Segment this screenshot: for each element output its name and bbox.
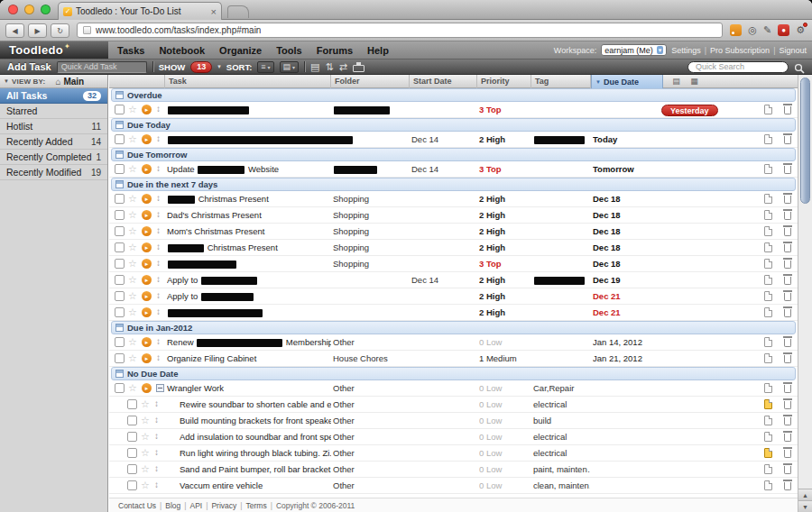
star-icon[interactable]: ☆ xyxy=(128,209,137,221)
pencil-icon[interactable]: ✎ xyxy=(763,24,771,36)
task-due-date[interactable] xyxy=(593,413,728,429)
action-arrow-icon[interactable]: ▸ xyxy=(142,291,152,301)
action-arrow-icon[interactable]: ▸ xyxy=(142,164,152,174)
task-tag[interactable] xyxy=(533,334,590,351)
star-icon[interactable]: ☆ xyxy=(141,415,150,426)
task-start-date[interactable] xyxy=(411,305,476,321)
section-header[interactable]: No Due Date xyxy=(111,367,796,380)
task-start-date[interactable] xyxy=(411,380,476,397)
delete-icon[interactable] xyxy=(784,293,791,301)
note-icon[interactable] xyxy=(764,194,772,204)
note-icon[interactable] xyxy=(764,259,772,269)
task-priority[interactable]: 0 Low xyxy=(479,429,531,445)
task-due-date[interactable] xyxy=(593,380,728,397)
add-task-button[interactable]: Add Task xyxy=(7,61,51,72)
task-tag[interactable]: Car,Repair xyxy=(533,380,590,397)
task-checkbox[interactable] xyxy=(115,275,125,285)
star-icon[interactable]: ☆ xyxy=(128,306,137,318)
task-checkbox[interactable] xyxy=(115,105,125,114)
footer-link-contact-us[interactable]: Contact Us xyxy=(118,501,156,510)
sidebar-item-all-tasks[interactable]: All Tasks32 xyxy=(0,88,107,104)
delete-icon[interactable] xyxy=(784,228,791,236)
pro-subscription-link[interactable]: Pro Subscription xyxy=(710,46,770,55)
task-due-date[interactable]: Dec 21 xyxy=(593,305,728,321)
new-tab-button[interactable] xyxy=(227,5,249,18)
delete-icon[interactable] xyxy=(784,277,791,285)
task-folder[interactable]: Shopping xyxy=(333,191,409,207)
quick-search-input[interactable] xyxy=(687,61,789,73)
column-header-priority[interactable]: Priority xyxy=(477,75,531,88)
task-title[interactable]: Vaccum entire vehicle xyxy=(180,478,331,494)
subtasks-icon[interactable] xyxy=(156,384,164,392)
task-priority[interactable]: 2 High xyxy=(479,305,531,321)
task-start-date[interactable] xyxy=(411,351,476,367)
delete-icon[interactable] xyxy=(784,261,791,269)
task-due-date[interactable] xyxy=(593,462,728,478)
task-title[interactable]: Build mounting brackets for front speake… xyxy=(180,413,331,429)
reorder-handle-icon[interactable]: ↕ xyxy=(154,480,159,489)
task-tag[interactable] xyxy=(533,288,590,305)
task-tag[interactable] xyxy=(533,161,590,178)
sort-field-button[interactable]: ≡▾ xyxy=(257,61,273,73)
delete-icon[interactable] xyxy=(784,136,791,144)
note-icon[interactable] xyxy=(764,210,772,220)
task-start-date[interactable] xyxy=(411,102,476,118)
star-icon[interactable]: ☆ xyxy=(128,193,137,205)
star-icon[interactable]: ☆ xyxy=(128,225,137,237)
note-icon[interactable] xyxy=(764,353,772,363)
delete-icon[interactable] xyxy=(784,466,791,474)
task-due-date[interactable]: Dec 18 xyxy=(593,191,728,207)
task-checkbox[interactable] xyxy=(127,480,137,490)
scrollbar-thumb[interactable] xyxy=(800,78,810,204)
url-bar[interactable]: www.toodledo.com/tasks/index.php#main xyxy=(77,23,723,38)
note-icon[interactable] xyxy=(764,134,772,144)
task-folder[interactable]: Other xyxy=(333,397,409,413)
task-priority[interactable]: 2 High xyxy=(479,224,531,240)
toodledo-logo[interactable]: Toodledo ✦ xyxy=(0,41,108,59)
reload-button[interactable]: ↻ xyxy=(51,23,69,38)
task-start-date[interactable] xyxy=(411,207,476,224)
task-checkbox[interactable] xyxy=(115,210,125,220)
note-icon[interactable] xyxy=(764,275,772,285)
task-start-date[interactable]: Dec 14 xyxy=(411,161,476,178)
task-folder[interactable] xyxy=(333,102,409,118)
task-priority[interactable]: 0 Low xyxy=(479,478,531,494)
scroll-down-button[interactable]: ▼ xyxy=(798,500,812,512)
workspace-select[interactable]: earnjam (Me) ▾ xyxy=(601,44,667,56)
list-view-icon[interactable]: ▤ xyxy=(310,59,319,74)
delete-icon[interactable] xyxy=(784,417,791,425)
action-arrow-icon[interactable]: ▸ xyxy=(142,307,152,317)
reorder-handle-icon[interactable]: ↕ xyxy=(156,258,161,268)
reorder-handle-icon[interactable]: ↕ xyxy=(156,225,161,235)
menu-item-help[interactable]: Help xyxy=(367,45,389,56)
footer-link-privacy[interactable]: Privacy xyxy=(211,501,236,510)
task-title[interactable]: Apply to xyxy=(167,288,331,305)
task-checkbox[interactable] xyxy=(115,242,125,252)
task-folder[interactable] xyxy=(333,305,409,321)
task-priority[interactable]: 2 High xyxy=(479,191,531,207)
action-arrow-icon[interactable]: ▸ xyxy=(142,275,152,285)
delete-icon[interactable] xyxy=(784,166,791,174)
target-icon[interactable]: ◎ xyxy=(748,24,757,36)
task-due-date[interactable]: Dec 19 xyxy=(593,272,728,288)
delete-icon[interactable] xyxy=(784,401,791,409)
sidebar-item-recently-modified[interactable]: Recently Modified19 xyxy=(0,165,107,180)
task-priority[interactable]: 0 Low xyxy=(479,380,531,397)
task-tag[interactable] xyxy=(533,132,590,148)
task-title[interactable]: Update Website xyxy=(167,161,331,178)
section-header[interactable]: Due Today xyxy=(111,118,796,132)
task-checkbox[interactable] xyxy=(115,353,125,363)
task-folder[interactable]: Shopping xyxy=(333,207,409,224)
minimize-button[interactable] xyxy=(24,5,34,14)
view-name[interactable]: Main xyxy=(63,77,84,87)
action-arrow-icon[interactable]: ▸ xyxy=(142,353,152,363)
delete-icon[interactable] xyxy=(784,196,791,204)
note-icon[interactable] xyxy=(764,480,772,490)
settings-link[interactable]: Settings xyxy=(671,46,701,55)
reorder-handle-icon[interactable]: ↕ xyxy=(156,352,161,362)
task-due-date[interactable]: Yesterday xyxy=(593,102,728,118)
task-due-date[interactable] xyxy=(593,445,728,462)
task-folder[interactable]: Other xyxy=(333,478,409,494)
action-arrow-icon[interactable]: ▸ xyxy=(142,242,152,252)
star-icon[interactable]: ☆ xyxy=(141,447,150,459)
